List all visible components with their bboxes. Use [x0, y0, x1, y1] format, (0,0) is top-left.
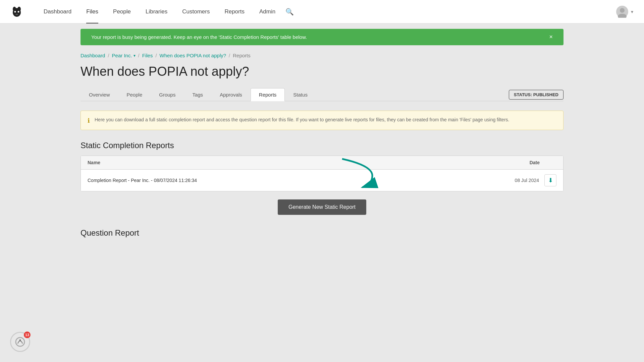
- breadcrumb-company-label: Pear Inc.: [112, 53, 132, 58]
- static-reports-table-container: Name Date Completion Report - Pear Inc. …: [80, 156, 564, 191]
- status-badge[interactable]: STATUS: PUBLISHED: [509, 90, 564, 100]
- nav-link-people[interactable]: People: [106, 0, 138, 23]
- app-logo[interactable]: [11, 6, 23, 18]
- svg-point-3: [14, 11, 16, 12]
- notification-circle[interactable]: 13: [10, 332, 30, 352]
- banner-close-button[interactable]: ×: [549, 34, 553, 41]
- nav-user-area: ▾: [616, 6, 633, 18]
- breadcrumb-dashboard[interactable]: Dashboard: [80, 53, 105, 58]
- info-box: ℹ Here you can download a full static co…: [80, 111, 564, 130]
- breadcrumb-dropdown-arrow: ▾: [133, 53, 136, 58]
- svg-point-1: [13, 7, 16, 11]
- notification-icon: [15, 337, 25, 347]
- svg-point-7: [618, 14, 627, 18]
- nav-links: Dashboard Files People Libraries Custome…: [36, 0, 616, 23]
- info-icon: ℹ: [88, 117, 90, 124]
- breadcrumb: Dashboard / Pear Inc. ▾ / Files / When d…: [80, 53, 564, 58]
- notification-badge-wrap: 13: [10, 332, 30, 352]
- svg-point-10: [19, 340, 21, 341]
- info-text: Here you can download a full static comp…: [95, 116, 509, 123]
- tab-groups[interactable]: Groups: [151, 88, 184, 101]
- nav-link-files[interactable]: Files: [79, 0, 106, 23]
- breadcrumb-current: Reports: [233, 53, 251, 58]
- tab-tags[interactable]: Tags: [184, 88, 211, 101]
- question-report-title: Question Report: [80, 228, 564, 238]
- breadcrumb-file-title[interactable]: When does POPIA not apply?: [160, 53, 226, 58]
- file-tabs: Overview People Groups Tags Approvals Re…: [80, 88, 564, 101]
- breadcrumb-sep-1: /: [108, 53, 109, 58]
- avatar[interactable]: [616, 6, 628, 18]
- svg-point-6: [620, 8, 625, 13]
- navbar: Dashboard Files People Libraries Custome…: [0, 0, 644, 23]
- page-title: When does POPIA not apply?: [80, 64, 564, 79]
- report-name: Completion Report - Pear Inc. - 08/07/20…: [88, 178, 484, 183]
- nav-link-dashboard[interactable]: Dashboard: [36, 0, 79, 23]
- static-reports-table: Name Date Completion Report - Pear Inc. …: [80, 156, 564, 191]
- tab-status[interactable]: Status: [285, 88, 316, 101]
- main-content: Dashboard / Pear Inc. ▾ / Files / When d…: [0, 53, 644, 238]
- svg-point-4: [18, 11, 19, 12]
- svg-point-2: [17, 7, 21, 11]
- breadcrumb-sep-2: /: [138, 53, 140, 58]
- breadcrumb-files[interactable]: Files: [142, 53, 153, 58]
- svg-point-5: [15, 14, 18, 15]
- col-header-date: Date: [496, 160, 556, 165]
- breadcrumb-sep-4: /: [229, 53, 230, 58]
- notification-count: 13: [24, 331, 31, 338]
- nav-link-customers[interactable]: Customers: [175, 0, 217, 23]
- tab-overview[interactable]: Overview: [80, 88, 118, 101]
- nav-link-admin[interactable]: Admin: [252, 0, 283, 23]
- generate-static-report-button[interactable]: Generate New Static Report: [278, 199, 366, 215]
- tab-people[interactable]: People: [118, 88, 151, 101]
- banner-message: Your report is busy being generated. Kee…: [91, 34, 307, 40]
- download-button[interactable]: ⬇: [544, 174, 556, 186]
- search-icon[interactable]: 🔍: [285, 8, 294, 16]
- table-row: Completion Report - Pear Inc. - 08/07/20…: [81, 170, 563, 191]
- static-reports-title: Static Completion Reports: [80, 141, 564, 150]
- notification-banner: Your report is busy being generated. Kee…: [80, 29, 564, 45]
- tab-reports[interactable]: Reports: [251, 88, 285, 101]
- svg-point-9: [16, 338, 24, 346]
- breadcrumb-sep-3: /: [155, 53, 157, 58]
- report-date: 08 Jul 2024: [484, 178, 544, 183]
- tab-approvals[interactable]: Approvals: [211, 88, 251, 101]
- nav-link-libraries[interactable]: Libraries: [138, 0, 175, 23]
- table-header-row: Name Date: [81, 156, 563, 170]
- nav-link-reports[interactable]: Reports: [217, 0, 252, 23]
- generate-button-wrap: Generate New Static Report: [80, 199, 564, 215]
- breadcrumb-company[interactable]: Pear Inc. ▾: [112, 53, 136, 58]
- col-header-name: Name: [88, 160, 496, 165]
- user-menu-chevron[interactable]: ▾: [631, 9, 633, 14]
